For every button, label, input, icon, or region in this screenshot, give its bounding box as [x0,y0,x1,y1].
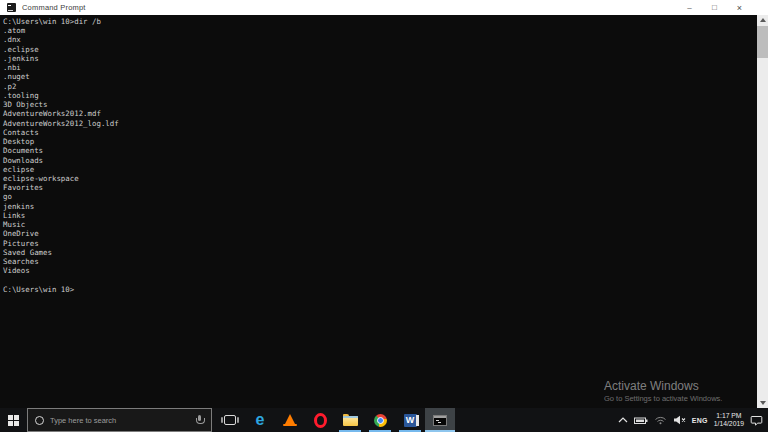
window-titlebar[interactable]: Command Prompt – □ × [0,0,768,15]
desktop-screen: Command Prompt – □ × C:\Users\win 10>dir… [0,0,768,432]
taskbar-app-command-prompt[interactable] [425,408,455,432]
taskbar-app-word[interactable]: W [395,408,425,432]
scrollbar-thumb[interactable] [757,26,768,58]
wifi-network-icon[interactable] [654,415,667,425]
hidden-icons-chevron-icon[interactable] [618,417,628,423]
taskbar-app-edge[interactable]: e [245,408,275,432]
word-icon: W [404,414,417,427]
taskbar-app-vlc[interactable] [275,408,305,432]
taskbar-apps: eW [215,408,455,432]
activate-windows-watermark: Activate Windows Go to Settings to activ… [604,379,722,403]
vlc-icon [283,414,297,426]
windows-logo-icon [8,415,19,426]
taskbar: Type here to search eW ENG 1:17 PM 1/14/… [0,408,768,432]
microphone-icon[interactable] [195,415,204,426]
start-button[interactable] [0,408,27,432]
minimize-button[interactable]: – [677,0,702,15]
action-center-icon[interactable] [750,414,763,426]
watermark-title: Activate Windows [604,379,722,393]
window-title: Command Prompt [22,3,86,12]
clock-time: 1:17 PM [714,412,744,420]
search-placeholder: Type here to search [50,416,195,425]
battery-icon[interactable] [634,416,648,425]
chrome-icon [374,414,387,427]
edge-icon: e [256,413,265,427]
titlebar-end-pad [752,0,768,15]
opera-icon [314,413,327,428]
taskbar-app-task-view[interactable] [215,408,245,432]
watermark-subtitle: Go to Settings to activate Windows. [604,394,722,403]
taskbar-app-file-explorer[interactable] [335,408,365,432]
cortana-circle-icon [35,416,44,425]
clock-date: 1/14/2019 [714,420,744,428]
search-input[interactable]: Type here to search [27,408,212,432]
console-area[interactable]: C:\Users\win 10>dir /b .atom .dnx .eclip… [0,15,768,408]
task-view-icon [224,415,236,425]
language-indicator[interactable]: ENG [692,417,708,424]
file-explorer-icon [343,416,358,426]
scrollbar-up-arrow-icon[interactable] [760,18,766,22]
command-prompt-icon [433,415,447,426]
cmd-window-icon [7,3,16,12]
close-button[interactable]: × [727,0,752,15]
maximize-button[interactable]: □ [702,0,727,15]
taskbar-app-chrome[interactable] [365,408,395,432]
console-text: C:\Users\win 10>dir /b .atom .dnx .eclip… [3,17,119,294]
console-scrollbar[interactable] [757,15,768,408]
volume-muted-icon[interactable] [673,415,686,425]
taskbar-clock[interactable]: 1:17 PM 1/14/2019 [714,412,744,428]
scrollbar-down-arrow-icon[interactable] [760,401,766,405]
taskbar-app-opera[interactable] [305,408,335,432]
system-tray: ENG 1:17 PM 1/14/2019 [618,408,768,432]
